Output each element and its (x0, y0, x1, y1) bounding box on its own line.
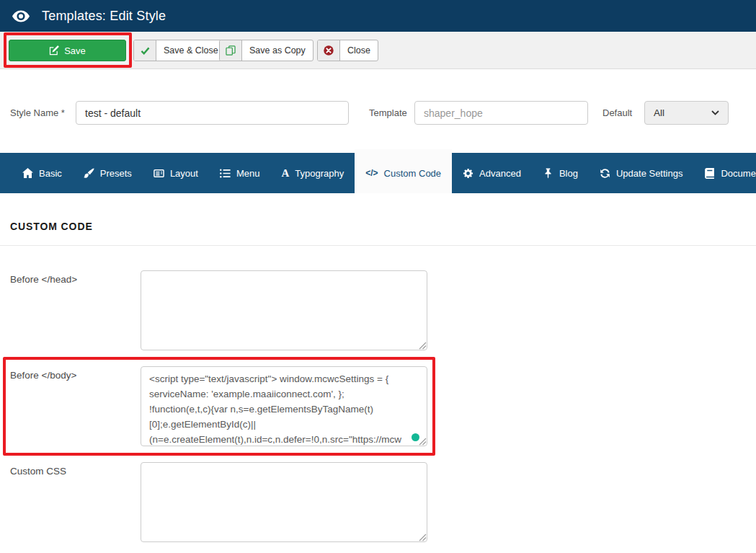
save-as-copy-label: Save as Copy (242, 40, 313, 61)
tab-label: Blog (559, 168, 578, 179)
template-input[interactable] (414, 101, 588, 125)
tab-label: Layout (170, 168, 198, 179)
section-divider (0, 245, 756, 246)
tab-advanced[interactable]: Advanced (452, 153, 532, 193)
before-head-textarea[interactable] (141, 270, 427, 350)
resize-grip-icon[interactable] (418, 533, 427, 541)
save-as-copy-button[interactable]: Save as Copy (219, 40, 313, 61)
close-label: Close (340, 40, 378, 61)
template-label: Template (369, 101, 407, 125)
admin-header: Templates: Edit Style (0, 0, 756, 32)
default-select[interactable]: All (644, 101, 729, 125)
before-head-label: Before </head> (10, 274, 77, 285)
save-button[interactable]: Save (9, 40, 126, 61)
custom-code-heading: CUSTOM CODE (10, 221, 93, 232)
templates-edit-style-page: Templates: Edit Style Save Save & Close (0, 0, 756, 553)
before-body-textarea[interactable]: <script type="text/javascript"> window.m… (141, 366, 427, 446)
close-circle-icon (318, 40, 340, 61)
tab-label: Typography (295, 168, 344, 179)
tab-blog[interactable]: Blog (532, 153, 589, 193)
tab-label: Advanced (479, 168, 521, 179)
brush-icon (84, 168, 94, 179)
tab-label: Menu (236, 168, 260, 179)
tab-label: Custom Code (384, 168, 441, 179)
style-name-input[interactable] (76, 101, 349, 125)
tab-presets[interactable]: Presets (73, 153, 143, 193)
refresh-icon (600, 168, 610, 179)
tab-documentation[interactable]: Documentation (693, 153, 756, 193)
code-icon: </> (365, 168, 378, 178)
home-icon (22, 168, 33, 179)
custom-css-textarea[interactable] (141, 462, 427, 542)
teal-dot-marker (412, 433, 419, 441)
template-tabs: Basic Presets Layout Menu A (0, 153, 756, 193)
tab-label: Presets (100, 168, 132, 179)
save-and-close-label: Save & Close (156, 40, 226, 61)
gear-icon (463, 168, 473, 179)
tab-basic[interactable]: Basic (12, 153, 73, 193)
check-icon (134, 40, 156, 61)
pin-icon (543, 168, 553, 179)
book-icon (704, 168, 715, 179)
tab-menu[interactable]: Menu (209, 153, 271, 193)
before-body-label: Before </body> (10, 370, 76, 381)
eye-icon (12, 10, 30, 22)
tab-label: Basic (39, 168, 62, 179)
chevron-down-icon (711, 110, 719, 115)
copy-icon (220, 40, 242, 61)
font-icon: A (281, 167, 289, 180)
layout-icon (154, 168, 164, 179)
custom-css-label: Custom CSS (10, 466, 66, 477)
default-select-value: All (654, 107, 664, 118)
tab-label: Documentation (721, 168, 756, 179)
menu-list-icon (220, 168, 231, 179)
tab-layout[interactable]: Layout (143, 153, 209, 193)
save-button-label: Save (64, 45, 86, 56)
page-title: Templates: Edit Style (42, 9, 166, 24)
tab-label: Update Settings (616, 168, 683, 179)
tab-custom-code[interactable]: </> Custom Code (355, 149, 452, 193)
toolbar: Save Save & Close Save as Copy (0, 32, 756, 69)
resize-grip-icon[interactable] (418, 341, 427, 350)
save-and-close-button[interactable]: Save & Close (133, 40, 226, 61)
tab-update-settings[interactable]: Update Settings (589, 153, 694, 193)
style-name-label: Style Name * (10, 101, 65, 125)
default-label: Default (602, 101, 632, 125)
pencil-square-icon (49, 45, 59, 56)
tab-typography[interactable]: A Typography (270, 153, 355, 193)
close-button[interactable]: Close (317, 40, 378, 61)
